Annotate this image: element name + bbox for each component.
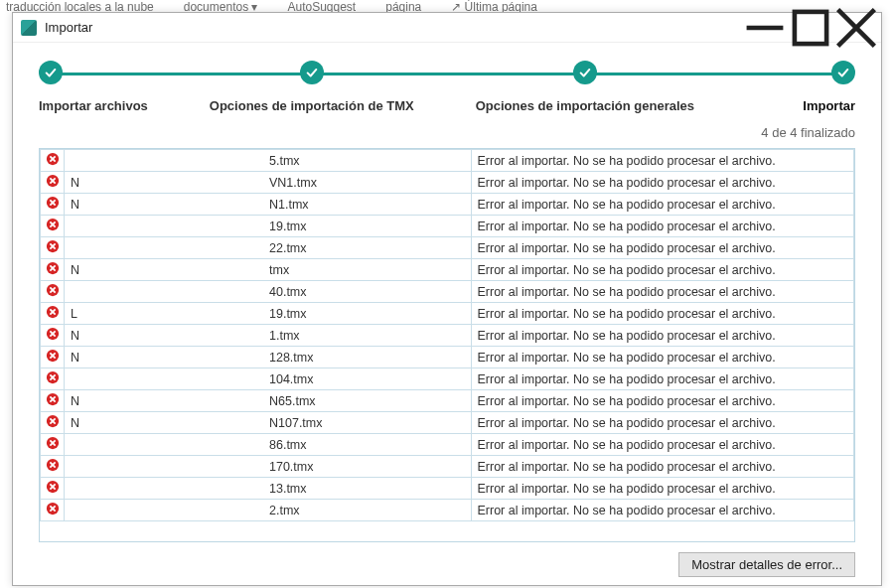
step-label: Importar archivos [39,98,148,113]
error-message-cell: Error al importar. No se ha podido proce… [471,303,854,325]
wizard-step-2[interactable]: Opciones de importación generales [476,61,694,113]
app-icon [21,20,37,36]
file-name-cell: Ntmx [65,259,472,281]
error-icon [41,150,65,172]
error-icon [41,303,65,325]
file-name-cell: 5.tmx [65,150,472,172]
error-message-cell: Error al importar. No se ha podido proce… [471,259,854,281]
error-icon [41,434,65,456]
error-message-cell: Error al importar. No se ha podido proce… [471,150,854,172]
table-row[interactable]: 86.tmxError al importar. No se ha podido… [41,434,854,456]
file-name-cell: 170.tmx [65,456,472,478]
error-message-cell: Error al importar. No se ha podido proce… [471,194,854,216]
table-row[interactable]: NVN1.tmxError al importar. No se ha podi… [41,172,854,194]
error-icon [41,325,65,347]
error-icon [41,412,65,434]
error-message-cell: Error al importar. No se ha podido proce… [471,347,854,368]
table-row[interactable]: 2.tmxError al importar. No se ha podido … [41,500,854,521]
minimize-button[interactable] [742,13,788,43]
table-row[interactable]: L19.tmxError al importar. No se ha podid… [41,303,854,325]
progress-summary: 4 de 4 finalizado [13,119,881,148]
table-row[interactable]: N128.tmxError al importar. No se ha podi… [41,347,854,368]
error-message-cell: Error al importar. No se ha podido proce… [471,434,854,456]
results-table: 5.tmxError al importar. No se ha podido … [39,148,855,542]
step-check-icon [39,61,63,84]
file-name-cell: L19.tmx [65,303,472,325]
table-row[interactable]: NN65.tmxError al importar. No se ha podi… [41,390,854,412]
error-message-cell: Error al importar. No se ha podido proce… [471,368,854,390]
error-message-cell: Error al importar. No se ha podido proce… [471,237,854,259]
maximize-button[interactable] [788,13,833,43]
error-icon [41,456,65,478]
file-name-cell: 13.tmx [65,478,472,500]
error-icon [41,259,65,281]
show-error-details-button[interactable]: Mostrar detalles de error... [678,552,855,577]
table-row[interactable]: 13.tmxError al importar. No se ha podido… [41,478,854,500]
step-label: Opciones de importación generales [476,98,694,113]
dialog-footer: Mostrar detalles de error... [13,542,881,585]
file-name-cell: NVN1.tmx [65,172,472,194]
file-name-cell: 40.tmx [65,281,472,303]
wizard-steps: Importar archivosOpciones de importación… [13,43,881,119]
table-row[interactable]: 40.tmxError al importar. No se ha podido… [41,281,854,303]
file-name-cell: NN107.tmx [65,412,472,434]
table-row[interactable]: 170.tmxError al importar. No se ha podid… [41,456,854,478]
step-check-icon [831,61,855,84]
file-name-cell: N128.tmx [65,347,472,368]
error-icon [41,237,65,259]
error-message-cell: Error al importar. No se ha podido proce… [471,325,854,347]
step-label: Importar [803,98,855,113]
step-label: Opciones de importación de TMX [210,98,414,113]
error-icon [41,390,65,412]
file-name-cell: 22.tmx [65,237,472,259]
error-message-cell: Error al importar. No se ha podido proce… [471,281,854,303]
file-name-cell: NN1.tmx [65,194,472,216]
table-row[interactable]: NN107.tmxError al importar. No se ha pod… [41,412,854,434]
table-row[interactable]: 19.tmxError al importar. No se ha podido… [41,216,854,237]
wizard-step-3[interactable]: Importar [756,61,855,113]
table-row[interactable]: 22.tmxError al importar. No se ha podido… [41,237,854,259]
file-name-cell: 104.tmx [65,368,472,390]
error-message-cell: Error al importar. No se ha podido proce… [471,216,854,237]
wizard-step-1[interactable]: Opciones de importación de TMX [210,61,414,113]
titlebar: Importar [13,13,881,43]
table-row[interactable]: NN1.tmxError al importar. No se ha podid… [41,194,854,216]
error-message-cell: Error al importar. No se ha podido proce… [471,390,854,412]
file-name-cell: 86.tmx [65,434,472,456]
wizard-step-0[interactable]: Importar archivos [39,61,148,113]
error-message-cell: Error al importar. No se ha podido proce… [471,172,854,194]
error-message-cell: Error al importar. No se ha podido proce… [471,412,854,434]
table-row[interactable]: NtmxError al importar. No se ha podido p… [41,259,854,281]
error-icon [41,347,65,368]
step-check-icon [300,61,324,84]
error-icon [41,172,65,194]
error-icon [41,194,65,216]
step-check-icon [573,61,597,84]
window-title: Importar [45,20,742,35]
table-row[interactable]: 104.tmxError al importar. No se ha podid… [41,368,854,390]
error-message-cell: Error al importar. No se ha podido proce… [471,500,854,521]
import-dialog: Importar Importar archivosOpciones de im… [12,12,882,586]
error-icon [41,478,65,500]
error-icon [41,500,65,521]
error-icon [41,281,65,303]
table-row[interactable]: N1.tmxError al importar. No se ha podido… [41,325,854,347]
close-button[interactable] [833,13,879,43]
file-name-cell: N1.tmx [65,325,472,347]
svg-rect-1 [795,11,826,43]
error-message-cell: Error al importar. No se ha podido proce… [471,456,854,478]
error-icon [41,216,65,237]
error-message-cell: Error al importar. No se ha podido proce… [471,478,854,500]
table-row[interactable]: 5.tmxError al importar. No se ha podido … [41,150,854,172]
file-name-cell: NN65.tmx [65,390,472,412]
file-name-cell: 2.tmx [65,500,472,521]
error-icon [41,368,65,390]
file-name-cell: 19.tmx [65,216,472,237]
